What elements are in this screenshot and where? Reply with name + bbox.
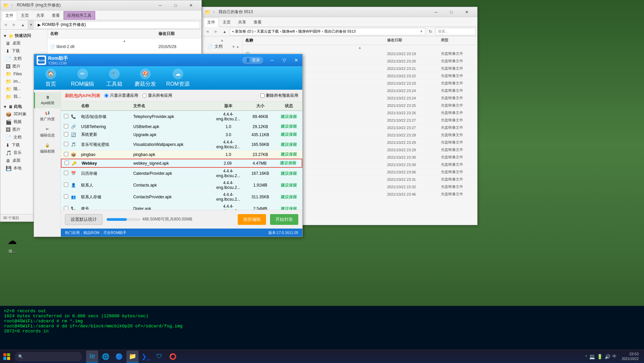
- tab-app-tools[interactable]: 应用程序工具: [64, 11, 95, 20]
- apk-row-dialer[interactable]: 📞 拨号 Dialer.apk 4.4.4-eng.lbcsu.2... 2.5…: [61, 203, 302, 210]
- tray-battery[interactable]: 🔋: [597, 354, 603, 359]
- up-button[interactable]: ▲: [19, 21, 27, 29]
- address-path[interactable]: ▶ ROM助手 (img文件修改): [35, 21, 200, 29]
- check-dialer[interactable]: [64, 206, 68, 210]
- tray-wifi[interactable]: 中: [612, 354, 616, 359]
- apk-row-contactsprovider[interactable]: 👥 联系人存储 ContactsProvider.apk 4.4.4-eng.l…: [61, 191, 302, 203]
- maximize-button[interactable]: □: [168, 0, 183, 10]
- login-button[interactable]: 👤 登录: [242, 57, 263, 64]
- rom-sidebar-editinfo[interactable]: ✏ 编辑信息: [34, 124, 61, 140]
- file-row-libintl[interactable]: 📄 libintl-2.dll 2016/5/28: [47, 43, 201, 50]
- desktop-icon-tianyi[interactable]: ☁ 随...: [3, 232, 21, 256]
- right-close[interactable]: ✕: [459, 7, 475, 17]
- collapse-button[interactable]: ▼: [28, 20, 34, 29]
- nav-toolbox[interactable]: 🔧 工具箱: [104, 69, 124, 88]
- apk-row-usbtethering[interactable]: 🔗 USBTethering USBtether.apk 1.0 29.12KB…: [61, 123, 302, 131]
- check-telephony[interactable]: [64, 114, 68, 118]
- apk-row-webkey[interactable]: 🔑 Webkey webkey_signed.apk 2.09 4.47MB 建…: [61, 159, 302, 168]
- taskbar-clock[interactable]: 23:53 2021/10/22: [619, 352, 641, 361]
- rom-sidebar-apk[interactable]: 🗑 Apk精简: [34, 92, 61, 108]
- check-contacts[interactable]: [64, 183, 68, 187]
- check-contactsprovider[interactable]: [64, 194, 68, 199]
- rom-close[interactable]: ✕: [290, 54, 302, 66]
- nav-rom-res[interactable]: ☁ ROM资源: [166, 69, 189, 88]
- forward-button[interactable]: ▶: [10, 21, 18, 29]
- start-button[interactable]: [0, 350, 13, 363]
- nav-home[interactable]: 🏠 首页: [41, 69, 61, 88]
- right-tab-home[interactable]: 主页: [219, 18, 234, 27]
- right-forward[interactable]: ▶: [212, 28, 220, 35]
- check-wallpapers[interactable]: [64, 142, 68, 146]
- nav-rom-edit[interactable]: ✏ ROM编辑: [71, 69, 94, 88]
- right-maximize[interactable]: □: [444, 7, 459, 17]
- rom-titlebar: Rom Rom助手 YZMG.COM 👤 登录 ─ ▽ ✕: [34, 54, 302, 66]
- apk-row-contacts[interactable]: 👤 联系人 Contacts.apk 4.4.4-eng.lbcsu.2... …: [61, 179, 302, 191]
- taskbar-ie[interactable]: Ie: [86, 351, 98, 363]
- abandon-button[interactable]: 放弃编辑: [238, 214, 266, 225]
- right-minimize[interactable]: ─: [428, 7, 444, 17]
- radio-normal[interactable]: 只显示普通应用: [104, 93, 138, 98]
- taskbar: 🔍 Ie 🌐 🔵 📁 ❯_ 🛡 ⭕ ^ 💻 🔋 🔊 中 23:53 2021/1…: [0, 350, 644, 363]
- check-calendar[interactable]: [64, 171, 68, 175]
- cloud-icon: ☁: [173, 69, 183, 79]
- tab-home[interactable]: 主页: [17, 11, 33, 20]
- minimize-button[interactable]: ─: [152, 0, 168, 10]
- apk-row-calendar[interactable]: 📅 日历存储 CalendarProvider.apk 4.4.4-eng.lb…: [61, 168, 302, 179]
- nav-mushroom[interactable]: 🍄 蘑菇分发: [135, 69, 156, 88]
- package-button[interactable]: 开始封装: [270, 214, 298, 225]
- check-pingbao[interactable]: [64, 152, 68, 156]
- radio-normal-input[interactable]: [104, 93, 109, 98]
- sidebar-desktop[interactable]: 🖥 桌面: [0, 39, 47, 47]
- tray-arrow[interactable]: ^: [585, 355, 587, 359]
- pingbao-icon: 📦: [71, 152, 76, 157]
- right-back[interactable]: ◀: [203, 28, 211, 35]
- search-box[interactable]: 搜索...: [435, 28, 476, 35]
- back-button[interactable]: ◀: [2, 21, 9, 29]
- terminal[interactable]: n2+0 records out 1024 bytes transferred …: [0, 306, 644, 350]
- taskbar-search[interactable]: 🔍: [15, 352, 82, 361]
- apk-row-upgrade[interactable]: 🔄 系统更新 Upgrade.apk 3.0 435.11KB 建议保留: [61, 131, 302, 139]
- right-tab-share[interactable]: 共享: [234, 18, 250, 27]
- check-webkey[interactable]: [65, 161, 69, 165]
- right-file-header: 名称 修改日期 类型: [242, 36, 477, 45]
- close-button[interactable]: ✕: [183, 0, 199, 10]
- apk-row-wallpapers[interactable]: 🎵 音乐可视化壁纸 VisualizationWallpapers.apk 4.…: [61, 139, 302, 151]
- rom-minimize[interactable]: ─: [266, 54, 278, 66]
- rom-sidebar-promo[interactable]: 📢 推广内置: [34, 108, 61, 124]
- taskbar-chrome[interactable]: 🔵: [113, 351, 125, 363]
- rom-sidebar-editperm[interactable]: 🔒 编辑权限: [34, 140, 61, 157]
- quick-access-header[interactable]: ▼ ⭐ 快速访问: [0, 32, 47, 39]
- taskbar-explorer[interactable]: 📁: [126, 351, 139, 363]
- check-upgrade[interactable]: [64, 132, 68, 136]
- tray-network[interactable]: 💻: [589, 354, 595, 359]
- right-tab-file[interactable]: 文件: [203, 18, 219, 27]
- show-desktop-button[interactable]: [641, 350, 644, 363]
- rom-table: 📞 电话/短信存储 TelephonyProvider.apk 4.4.4-en…: [61, 111, 302, 210]
- taskbar-powershell[interactable]: ❯_: [140, 351, 152, 363]
- tab-view[interactable]: 查看: [48, 11, 64, 20]
- tray-volume[interactable]: 🔊: [605, 354, 610, 359]
- right-sidebar-docs[interactable]: 📄 文档 ★ ▲: [202, 43, 242, 50]
- taskbar-app5[interactable]: 🛡: [153, 351, 165, 363]
- radio-all[interactable]: 显示所有应用: [142, 93, 172, 98]
- right-up[interactable]: ▲: [221, 28, 228, 35]
- right-address-path[interactable]: « 新加卷 (D:) › 天翼云盘下载 › 随身wifi › 随身WIFI固件 …: [230, 28, 425, 35]
- refresh-button[interactable]: ↻: [427, 28, 434, 35]
- check-usb[interactable]: [64, 124, 68, 128]
- win-logo-yellow: [7, 357, 10, 360]
- radio-all-input[interactable]: [142, 93, 147, 98]
- right-tab-view[interactable]: 查看: [250, 18, 265, 27]
- set-default-button[interactable]: 设置默认统计: [65, 214, 103, 225]
- left-explorer-title-icon: 📁: [3, 3, 9, 8]
- taskbar-app-icons: Ie 🌐 🔵 📁 ❯_ 🛡 ⭕: [83, 351, 583, 363]
- delete-all-checkbox[interactable]: [260, 93, 265, 98]
- taskbar-app6[interactable]: ⭕: [167, 351, 179, 363]
- apk-row-telephony[interactable]: 📞 电话/短信存储 TelephonyProvider.apk 4.4.4-en…: [61, 111, 302, 123]
- tab-file[interactable]: 文件: [2, 11, 17, 20]
- hot-tips: 热门应用，精品ROM，尽在ROM助手: [65, 230, 126, 235]
- apk-row-pingbao[interactable]: 📦 pingbao pingbao.apk 1.0 23.27KB 建议保留: [61, 151, 302, 159]
- tab-share[interactable]: 共享: [33, 11, 48, 20]
- rom-restore[interactable]: ▽: [278, 54, 290, 66]
- taskbar-edge[interactable]: 🌐: [100, 351, 112, 363]
- delete-all-section: 删除所有预装应用: [260, 93, 298, 98]
